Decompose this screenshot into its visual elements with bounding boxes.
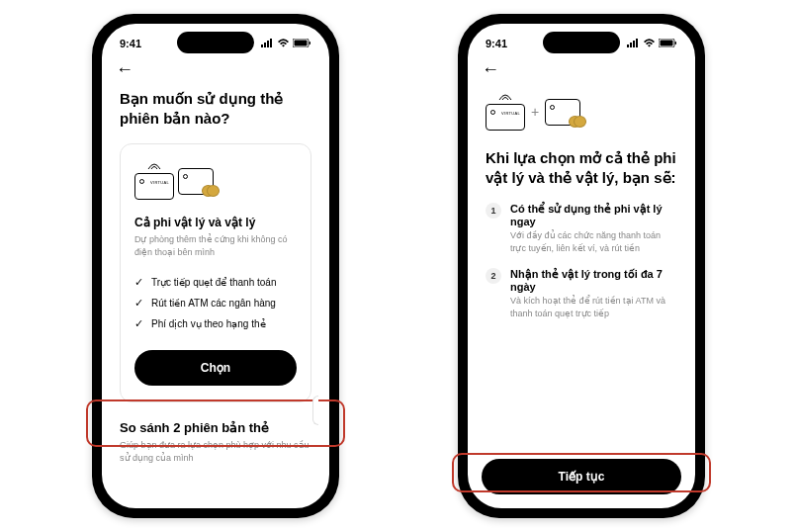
item-title: Có thể sử dụng thẻ phi vật lý ngay xyxy=(510,203,677,227)
benefit-item: 1 Có thể sử dụng thẻ phi vật lý ngay Với… xyxy=(486,203,677,254)
choose-button[interactable]: Chọn xyxy=(134,350,297,386)
back-button[interactable]: ← xyxy=(482,59,499,79)
option-card[interactable]: VIRTUAL Cả phi vật lý và vật lý Dự phò xyxy=(120,143,311,402)
compare-title: So sánh 2 phiên bản thẻ xyxy=(120,420,311,435)
svg-rect-5 xyxy=(295,41,308,46)
card-chip-icon xyxy=(550,105,555,110)
feature-item: ✓Phí dịch vụ theo hạng thẻ xyxy=(134,313,297,334)
feature-item: ✓Trực tiếp quẹt để thanh toán xyxy=(134,272,297,293)
continue-button[interactable]: Tiếp tục xyxy=(482,459,681,494)
feature-item: ✓Rút tiền ATM các ngân hàng xyxy=(134,293,297,313)
item-desc: Với đầy đủ các chức năng thanh toán trực… xyxy=(510,229,677,254)
plus-icon: + xyxy=(531,104,539,120)
card-outline: VIRTUAL xyxy=(486,104,525,131)
coins-icon xyxy=(569,114,586,132)
nav-bar: ← xyxy=(468,55,695,83)
feature-text: Rút tiền ATM các ngân hàng xyxy=(151,298,276,309)
card-virtual-label: VIRTUAL xyxy=(150,180,169,185)
svg-rect-1 xyxy=(264,43,266,47)
svg-rect-3 xyxy=(270,39,272,47)
card-desc: Dự phòng thêm thẻ cứng khi không có điện… xyxy=(134,233,297,258)
wifi-icon xyxy=(277,38,290,49)
card-chip-icon xyxy=(139,179,144,184)
check-icon: ✓ xyxy=(134,276,143,289)
item-content: Có thể sử dụng thẻ phi vật lý ngay Với đ… xyxy=(510,203,677,254)
item-title: Nhận thẻ vật lý trong tối đa 7 ngày xyxy=(510,268,677,293)
phone-screen-1: 9:41 ← Bạn muốn sử dụng thẻ phiên bản nà… xyxy=(102,24,329,508)
back-button[interactable]: ← xyxy=(116,59,133,79)
svg-rect-9 xyxy=(633,41,635,47)
feature-text: Trực tiếp quẹt để thanh toán xyxy=(151,277,276,288)
virtual-card-graphic: VIRTUAL xyxy=(486,93,525,131)
benefit-item: 2 Nhận thẻ vật lý trong tối đa 7 ngày Và… xyxy=(486,268,677,319)
peek-next-card[interactable] xyxy=(312,396,318,425)
compare-desc: Giúp bạn đưa ra lựa chọn phù hợp với nhu… xyxy=(120,439,311,464)
page-title: Bạn muốn sử dụng thẻ phiên bản nào? xyxy=(120,89,311,128)
content-1: Bạn muốn sử dụng thẻ phiên bản nào? VIRT… xyxy=(102,83,329,464)
card-outline: VIRTUAL xyxy=(134,173,174,200)
contactless-icon xyxy=(486,93,525,103)
item-number: 1 xyxy=(486,203,501,219)
svg-rect-0 xyxy=(261,44,263,47)
nav-bar: ← xyxy=(102,55,329,83)
notch xyxy=(543,32,620,53)
feature-list: ✓Trực tiếp quẹt để thanh toán ✓Rút tiền … xyxy=(134,272,297,334)
svg-rect-12 xyxy=(661,41,673,46)
svg-rect-10 xyxy=(636,39,638,47)
phone-frame-1: 9:41 ← Bạn muốn sử dụng thẻ phiên bản nà… xyxy=(92,14,339,518)
status-time: 9:41 xyxy=(486,38,507,49)
card-title: Cả phi vật lý và vật lý xyxy=(134,216,297,229)
battery-icon xyxy=(293,38,311,49)
benefit-list: 1 Có thể sử dụng thẻ phi vật lý ngay Với… xyxy=(486,203,677,319)
card-chip-icon xyxy=(490,110,495,115)
virtual-card-graphic: VIRTUAL xyxy=(134,162,174,200)
bottom-button-container: Tiếp tục xyxy=(482,459,681,494)
check-icon: ✓ xyxy=(134,297,143,310)
card-illustration: VIRTUAL xyxy=(134,160,297,202)
svg-rect-7 xyxy=(627,44,629,47)
illustration: VIRTUAL + xyxy=(486,93,677,131)
svg-rect-2 xyxy=(267,41,269,47)
notch xyxy=(177,32,254,53)
coins-icon xyxy=(202,183,220,201)
item-desc: Và kích hoạt thẻ để rút tiền tại ATM và … xyxy=(510,295,677,319)
svg-rect-13 xyxy=(675,42,677,44)
physical-card-graphic xyxy=(545,99,580,126)
contactless-icon xyxy=(134,162,174,172)
signal-icon xyxy=(627,38,640,49)
content-2: VIRTUAL + Khi lựa chọn mở cả thẻ phi vật… xyxy=(468,83,695,319)
phone-frame-2: 9:41 ← xyxy=(458,14,705,518)
signal-icon xyxy=(261,38,274,49)
physical-card-graphic xyxy=(178,168,214,195)
status-right xyxy=(627,38,677,49)
check-icon: ✓ xyxy=(134,317,143,330)
status-time: 9:41 xyxy=(120,38,141,49)
battery-icon xyxy=(659,38,677,49)
feature-text: Phí dịch vụ theo hạng thẻ xyxy=(151,318,266,329)
status-right xyxy=(261,38,311,49)
wifi-icon xyxy=(643,38,656,49)
item-number: 2 xyxy=(486,268,501,284)
page-title: Khi lựa chọn mở cả thẻ phi vật lý và thẻ… xyxy=(486,148,677,187)
svg-rect-6 xyxy=(310,42,311,44)
card-virtual-label: VIRTUAL xyxy=(501,111,520,116)
card-chip-icon xyxy=(183,174,188,179)
item-content: Nhận thẻ vật lý trong tối đa 7 ngày Và k… xyxy=(510,268,677,319)
phone-screen-2: 9:41 ← xyxy=(468,24,695,508)
svg-rect-8 xyxy=(630,43,632,47)
